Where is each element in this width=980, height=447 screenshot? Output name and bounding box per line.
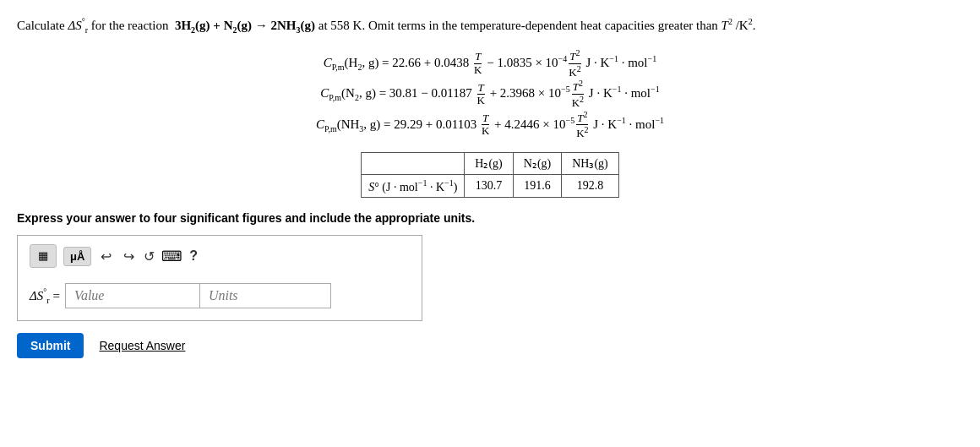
s-value-nh3: 192.8 [562,174,619,198]
equations-section: CP,m(H2, g) = 22.66 + 0.0438 TK − 1.0835… [17,48,963,140]
help-icon[interactable]: ? [189,248,198,264]
redo-button[interactable]: ↪ [121,248,137,264]
equation-nh3: CP,m(NH3, g) = 29.29 + 0.01103 TK + 4.24… [17,110,963,140]
refresh-icon[interactable]: ↺ [144,248,155,264]
delta-s-symbol: ΔS°r [68,19,88,32]
equation-h2: CP,m(H2, g) = 22.66 + 0.0438 TK − 1.0835… [17,48,963,79]
answer-box: ▦ μÅ ↩ ↪ ↺ ⌨ ? ΔS°r = [17,235,422,321]
units-input[interactable] [200,283,331,308]
icon-group[interactable]: ▦ [30,244,57,268]
row-label: S° (J · mol−1 · K−1) [362,174,465,198]
undo-button[interactable]: ↩ [98,248,114,264]
keyboard-icon[interactable]: ⌨ [161,248,182,265]
grid-icon[interactable]: ▦ [35,248,52,264]
request-answer-link[interactable]: Request Answer [99,339,185,352]
mu-angstrom-button[interactable]: μÅ [63,247,91,266]
delta-s-label: ΔS°r = [30,287,60,305]
s-value-n2: 191.6 [513,174,561,198]
instructions-text: Express your answer to four significant … [17,211,963,225]
value-input[interactable] [65,283,200,308]
col-header-h2: H₂(g) [465,152,513,174]
col-header-n2: N₂(g) [513,152,561,174]
editor-toolbar: ▦ μÅ ↩ ↪ ↺ ⌨ ? [30,244,410,273]
problem-statement: Calculate ΔS°r for the reaction 3H2(g) +… [17,15,777,36]
submit-button[interactable]: Submit [17,333,84,358]
thermodynamic-data-table: H₂(g) N₂(g) NH₃(g) S° (J · mol−1 · K−1) … [361,152,619,199]
equation-n2: CP,m(N2, g) = 30.81 − 0.01187 TK + 2.396… [17,79,963,109]
col-header-nh3: NH₃(g) [562,152,619,174]
bottom-actions: Submit Request Answer [17,333,963,358]
s-value-h2: 130.7 [465,174,513,198]
answer-input-row: ΔS°r = [30,283,410,308]
